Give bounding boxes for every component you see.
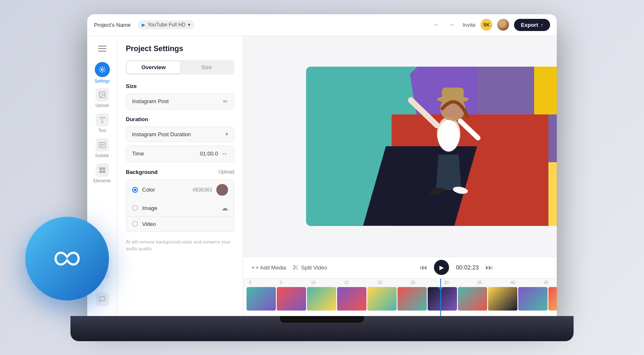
play-button[interactable]: ▶ <box>434 260 449 275</box>
timeline-clip-2[interactable] <box>277 287 306 311</box>
video-frame <box>306 67 557 226</box>
edit-icon[interactable]: ✏ <box>223 98 228 105</box>
settings-tabs: Overview Size <box>126 60 234 75</box>
notice-text: AI will remove background noise and enha… <box>126 238 234 252</box>
split-video-label: Split Video <box>301 264 327 271</box>
timeline-clip-11[interactable] <box>548 287 557 311</box>
video-thumbnail <box>306 67 557 226</box>
color-radio[interactable] <box>132 187 138 193</box>
add-media-button[interactable]: + + Add Media <box>252 264 286 271</box>
logo-circle <box>25 217 109 301</box>
export-icon: ↑ <box>541 22 544 28</box>
image-radio[interactable] <box>132 205 138 211</box>
undo-button[interactable]: ← <box>431 19 442 31</box>
settings-panel: Project Settings Overview Size Size Inst… <box>117 36 243 316</box>
timeline-clip-1[interactable] <box>247 287 276 311</box>
timeline-clip-7[interactable] <box>428 287 457 311</box>
image-option[interactable]: Image ☁ <box>126 200 234 217</box>
text-icon-bg <box>96 113 109 127</box>
svg-rect-0 <box>98 46 106 47</box>
project-name: Project's Name <box>94 22 131 28</box>
elements-icon-bg <box>96 163 109 177</box>
split-video-button[interactable]: Split Video <box>293 264 327 271</box>
header-left: Project's Name ▶ YouTube Full HD ▾ <box>94 20 195 29</box>
timeline-clip-4[interactable] <box>337 287 366 311</box>
format-pill[interactable]: ▶ YouTube Full HD ▾ <box>138 20 195 29</box>
export-button[interactable]: Export ↑ <box>514 19 550 31</box>
skip-forward-button[interactable]: ⏭ <box>486 263 493 272</box>
color-option[interactable]: Color #836363 <box>126 179 234 200</box>
settings-panel-title: Project Settings <box>126 44 234 53</box>
format-label: YouTube Full HD <box>148 22 186 28</box>
menu-icon[interactable] <box>95 41 110 56</box>
ruler-30: 30 <box>444 280 449 285</box>
redo-button[interactable]: → <box>446 19 457 31</box>
svg-rect-2 <box>98 51 106 52</box>
timeline-clip-5[interactable] <box>367 287 397 311</box>
color-swatch[interactable] <box>216 184 228 196</box>
duration-dropdown[interactable]: Instagram Post Duration ▾ <box>126 127 234 142</box>
size-section-label: Size <box>126 83 234 89</box>
laptop-base <box>70 316 574 341</box>
timeline-clip-6[interactable] <box>397 287 427 311</box>
tab-overview[interactable]: Overview <box>127 61 180 73</box>
sidebar-item-upload[interactable]: Upload <box>91 86 114 110</box>
timeline: 0 5 10 15 20 25 30 35 40 45 <box>243 278 557 316</box>
video-radio[interactable] <box>132 221 138 227</box>
size-value: Instagram Post <box>132 98 169 104</box>
time-label: Time <box>132 150 197 157</box>
timeline-clip-8[interactable] <box>458 287 487 311</box>
svg-rect-7 <box>99 167 102 170</box>
skip-back-button[interactable]: ⏮ <box>420 263 427 272</box>
laptop-notch <box>280 316 364 323</box>
svg-line-15 <box>411 100 437 125</box>
add-media-label: + Add Media <box>256 264 286 271</box>
svg-rect-1 <box>98 48 106 49</box>
ruler-35: 35 <box>477 280 482 285</box>
upload-background-button[interactable]: Upload <box>218 169 234 175</box>
sidebar-item-elements[interactable]: Elements <box>91 162 114 185</box>
time-arrow-icon[interactable]: ↔ <box>221 150 228 158</box>
timeline-clip-3[interactable] <box>307 287 336 311</box>
user-initials: SK <box>480 19 492 31</box>
sidebar-item-text[interactable]: Text <box>91 111 114 135</box>
tab-size[interactable]: Size <box>180 61 234 73</box>
video-label: Video <box>142 221 228 227</box>
svg-line-16 <box>460 121 478 138</box>
ruler-20: 20 <box>377 280 382 285</box>
svg-rect-10 <box>102 171 105 173</box>
invite-button[interactable]: Invite <box>462 22 475 28</box>
timeline-clip-9[interactable] <box>488 287 517 311</box>
ruler-45: 45 <box>544 280 548 285</box>
playback-bar: + + Add Media Split Video ⏮ <box>243 257 557 278</box>
video-option[interactable]: Video <box>126 217 234 232</box>
upload-icon-bg <box>96 88 109 101</box>
background-header: Background Upload <box>126 169 234 175</box>
chevron-down-icon: ▾ <box>226 131 228 137</box>
subtitle-icon-bg <box>96 138 109 152</box>
playback-center: ⏮ ▶ 00:02:23 ⏭ <box>334 260 557 275</box>
format-dropdown-icon: ▾ <box>188 22 190 28</box>
sidebar-item-settings[interactable]: Settings <box>91 61 114 85</box>
settings-icon-bg <box>95 62 110 77</box>
ruler-5: 5 <box>280 280 283 285</box>
ruler-40: 40 <box>511 280 515 285</box>
background-section-label: Background <box>126 169 158 175</box>
ruler-10: 10 <box>311 280 316 285</box>
svg-point-17 <box>438 120 460 152</box>
timeline-clip-10[interactable] <box>518 287 548 311</box>
color-label: Color <box>142 187 188 193</box>
size-field[interactable]: Instagram Post ✏ <box>126 93 234 109</box>
timeline-track[interactable]: + <box>243 287 557 311</box>
timeline-ruler: 0 5 10 15 20 25 30 35 40 45 <box>243 279 557 287</box>
svg-rect-14 <box>442 88 464 100</box>
main-area: Settings Upload <box>87 36 557 316</box>
preview-area: + + Add Media Split Video ⏮ <box>243 36 557 316</box>
laptop: Project's Name ▶ YouTube Full HD ▾ ← → <box>70 14 574 341</box>
nav-arrows: ← → <box>431 19 457 31</box>
user-avatar <box>497 19 509 31</box>
image-upload-icon[interactable]: ☁ <box>221 204 228 212</box>
sidebar-item-subtitle[interactable]: Subtitle <box>91 137 114 160</box>
ruler-marks: 0 5 10 15 20 25 30 35 40 45 <box>247 280 557 285</box>
timeline-playhead[interactable] <box>440 279 441 316</box>
